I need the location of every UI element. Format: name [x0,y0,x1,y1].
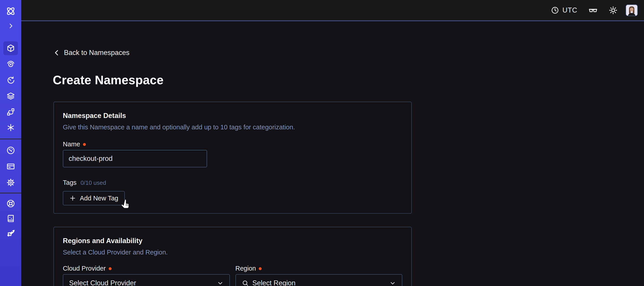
top-bar: UTC [21,0,644,21]
sidebar-item-support[interactable] [0,199,21,208]
sidebar [0,0,21,286]
sidebar-item-docs[interactable] [0,214,21,223]
cloud-provider-placeholder: Select Cloud Provider [69,279,136,286]
card-title: Regions and Availability [63,237,402,245]
sidebar-item-namespaces[interactable] [3,41,18,55]
usage-icon [6,146,15,155]
card-description: Give this Namespace a name and optionall… [63,123,402,131]
nexus-icon [6,123,15,132]
collapse-chevron-icon[interactable] [0,22,21,29]
workflows-icon [6,59,15,68]
theme-toggle-button[interactable] [609,6,618,15]
sidebar-item-schedules[interactable] [0,75,21,84]
tags-label: Tags [63,179,76,187]
sidebar-item-nexus[interactable] [0,123,21,132]
timezone-selector[interactable]: UTC [551,6,577,14]
page-title: Create Namespace [53,73,164,87]
temporal-logo-icon[interactable] [0,6,21,16]
deployments-icon [6,92,15,101]
required-indicator [109,267,112,270]
back-to-namespaces-link[interactable]: Back to Namespaces [54,49,130,57]
namespaces-icon [6,44,15,53]
chevron-down-icon [217,280,224,286]
sidebar-item-getting-started[interactable] [0,229,21,238]
sidebar-divider [0,193,21,194]
required-indicator [83,143,86,146]
namespace-details-card: Namespace Details Give this Namespace a … [54,102,412,214]
chevron-down-icon [389,280,396,286]
schedules-icon [6,75,15,84]
timezone-label: UTC [562,6,577,14]
required-indicator [259,267,262,270]
sidebar-item-batch-operations[interactable] [0,107,21,116]
regions-availability-card: Regions and Availability Select a Cloud … [54,227,412,286]
sidebar-item-deployments[interactable] [0,92,21,101]
getting-started-icon [6,229,15,238]
card-description: Select a Cloud Provider and Region. [63,248,402,256]
billing-icon [6,162,15,171]
search-icon [242,280,249,286]
cloud-provider-select[interactable]: Select Cloud Provider [63,274,230,286]
support-icon [6,199,15,208]
sidebar-item-billing[interactable] [0,162,21,171]
batch-operations-icon [6,107,15,116]
clock-icon [551,6,559,14]
sidebar-divider [0,139,21,139]
add-new-tag-button[interactable]: Add New Tag [63,191,125,205]
chevron-left-icon [54,49,60,57]
user-avatar[interactable] [626,4,638,16]
plus-icon [69,195,76,202]
accessibility-glasses-button[interactable] [588,5,598,15]
settings-icon [6,178,15,187]
docs-icon [6,214,15,223]
sidebar-item-workflows[interactable] [0,59,21,68]
add-new-tag-label: Add New Tag [80,195,118,202]
back-link-label: Back to Namespaces [64,49,130,57]
region-select[interactable]: Select Region [236,274,402,286]
sidebar-item-usage[interactable] [0,146,21,155]
namespace-name-input[interactable] [63,150,207,167]
card-title: Namespace Details [63,111,402,120]
name-field-label: Name [63,140,80,148]
sun-icon [609,6,618,15]
cloud-provider-label: Cloud Provider [63,264,106,272]
sidebar-item-settings[interactable] [0,178,21,187]
tags-usage-count: 0/10 used [80,179,106,186]
region-placeholder: Select Region [252,279,296,286]
region-label: Region [236,264,256,272]
glasses-icon [588,5,598,15]
